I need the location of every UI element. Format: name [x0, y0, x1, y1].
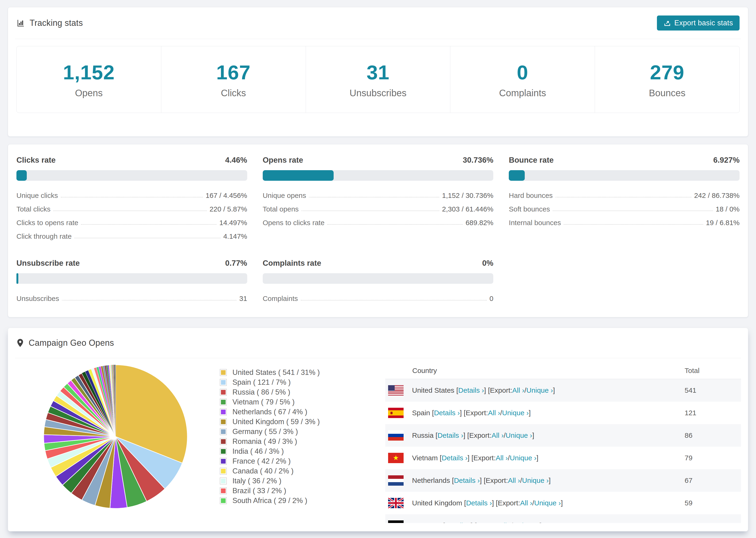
legend-label: Spain ( 121 / 7% ) [233, 378, 291, 387]
rate-row: Internal bounces19 / 6.81% [509, 213, 739, 227]
stat-value: 0 [517, 61, 528, 84]
rate-row-label: Clicks to opens rate [17, 219, 78, 227]
rate-progress-fill [263, 170, 334, 181]
rate-rows: Hard bounces242 / 86.738%Soft bounces18 … [509, 186, 739, 227]
export-unique-link[interactable]: Unique › [506, 431, 532, 439]
legend-item: Vietnam ( 79 / 5% ) [220, 397, 342, 407]
export-all-link[interactable]: All › [488, 409, 500, 417]
export-unique-link[interactable]: Unique › [526, 386, 553, 394]
legend-label: Italy ( 36 / 2% ) [233, 477, 281, 485]
stat-label: Bounces [649, 88, 685, 98]
rate-row-label: Opens to clicks rate [263, 219, 324, 227]
rate-row: Opens to clicks rate689.82% [263, 213, 494, 227]
rate-block-complaints-rate: Complaints rate0%Complaints0 [263, 259, 494, 302]
rate-block-title: Unsubscribe rate [17, 259, 80, 268]
legend-swatch [220, 408, 227, 415]
rate-block-title: Complaints rate [263, 259, 321, 268]
export-all-link[interactable]: All › [496, 454, 508, 462]
rate-row-label: Soft bounces [509, 205, 550, 213]
row-total: 79 [685, 454, 741, 462]
details-link[interactable]: Details › [437, 431, 463, 439]
country-name: United States [412, 386, 454, 394]
geo-title-text: Campaign Geo Opens [28, 338, 114, 348]
rate-row-value: 689.82% [465, 219, 493, 227]
export-all-link[interactable]: All › [520, 499, 532, 507]
export-unique-link[interactable]: Unique › [513, 521, 540, 523]
rate-rows: Unique opens1,152 / 30.736%Total opens2,… [263, 186, 494, 227]
rate-row: Unique opens1,152 / 30.736% [263, 186, 494, 199]
rate-row-value: 31 [239, 295, 247, 302]
rate-progress-bar [17, 273, 247, 284]
legend-item: United Kingdom ( 59 / 3% ) [220, 417, 342, 427]
export-all-link[interactable]: All › [499, 521, 511, 523]
rate-row-label: Unique opens [263, 191, 306, 199]
country-name: Russia [412, 431, 434, 439]
legend-label: Russia ( 86 / 5% ) [233, 388, 290, 397]
rate-row-value: 220 / 5.87% [210, 205, 247, 213]
legend-swatch [220, 369, 227, 376]
legend-item: Germany ( 55 / 3% ) [220, 427, 342, 437]
legend-swatch [220, 399, 227, 405]
rate-row-label: Total opens [263, 205, 298, 213]
rate-progress-bar [17, 170, 247, 181]
stat-value: 279 [650, 61, 684, 84]
details-link[interactable]: Details › [434, 409, 460, 417]
dotted-leader [553, 211, 713, 211]
flag-es-icon [388, 408, 404, 418]
export-icon [664, 19, 671, 27]
legend-swatch [220, 418, 227, 425]
rate-row: Unique clicks167 / 4.456% [17, 186, 247, 199]
export-unique-link[interactable]: Unique › [502, 409, 529, 417]
legend-label: Germany ( 55 / 3% ) [233, 427, 298, 436]
rate-row-value: 242 / 86.738% [694, 191, 740, 199]
bar-chart-icon [17, 19, 25, 27]
rate-block-clicks-rate: Clicks rate4.46%Unique clicks167 / 4.456… [17, 156, 247, 241]
rate-block-value: 6.927% [713, 156, 739, 165]
rate-progress-bar [263, 273, 494, 284]
rate-block-header: Opens rate30.736% [263, 156, 494, 165]
country-name: Vietnam [412, 454, 438, 462]
details-link[interactable]: Details › [466, 499, 492, 507]
row-total: 55 [685, 521, 741, 523]
flag-vn-icon: ★ [388, 453, 404, 463]
rate-block-header: Unsubscribe rate0.77% [17, 259, 247, 268]
rate-block-header: Bounce rate6.927% [509, 156, 739, 165]
details-link[interactable]: Details › [454, 476, 480, 484]
dotted-leader [53, 211, 207, 211]
export-all-link[interactable]: All › [491, 431, 504, 439]
legend-swatch [220, 487, 227, 494]
legend-item: Netherlands ( 67 / 4% ) [220, 407, 342, 417]
details-link[interactable]: Details › [458, 386, 484, 394]
campaign-geo-opens-card: Campaign Geo Opens United States ( 541 /… [8, 328, 748, 531]
export-all-link[interactable]: All › [512, 386, 524, 394]
legend-swatch [220, 467, 227, 475]
export-basic-stats-label: Export basic stats [674, 19, 733, 27]
rate-rows: Complaints0 [263, 289, 494, 302]
export-unique-link[interactable]: Unique › [534, 499, 561, 507]
export-basic-stats-button[interactable]: Export basic stats [657, 16, 739, 30]
rate-row-value: 18 / 0% [716, 205, 739, 213]
rate-row-value: 14.497% [219, 219, 247, 227]
rate-row: Soft bounces18 / 0% [509, 199, 739, 213]
rate-row: Hard bounces242 / 86.738% [509, 186, 739, 199]
flag-us-icon [388, 385, 404, 396]
legend-swatch [220, 428, 227, 435]
rate-rows: Unsubscribes31 [17, 289, 247, 302]
legend-item: South Africa ( 29 / 2% ) [220, 496, 342, 506]
details-link[interactable]: Details › [445, 521, 471, 523]
export-unique-link[interactable]: Unique › [510, 454, 536, 462]
legend-swatch [220, 438, 227, 445]
rate-block-opens-rate: Opens rate30.736%Unique opens1,152 / 30.… [263, 156, 494, 241]
export-all-link[interactable]: All › [508, 476, 520, 484]
details-link[interactable]: Details › [442, 454, 467, 462]
rate-row-value: 19 / 6.81% [706, 219, 739, 227]
rate-block-value: 0.77% [225, 259, 247, 268]
legend-item: India ( 46 / 3% ) [220, 447, 342, 456]
export-unique-link[interactable]: Unique › [522, 476, 549, 484]
dotted-leader [301, 300, 487, 300]
geo-header: Campaign Geo Opens [15, 328, 741, 358]
tracking-stats-title-text: Tracking stats [29, 18, 83, 28]
rate-row: Clicks to opens rate14.497% [17, 213, 247, 227]
rate-block-header: Clicks rate4.46% [17, 156, 247, 165]
legend-item: Spain ( 121 / 7% ) [220, 377, 342, 387]
